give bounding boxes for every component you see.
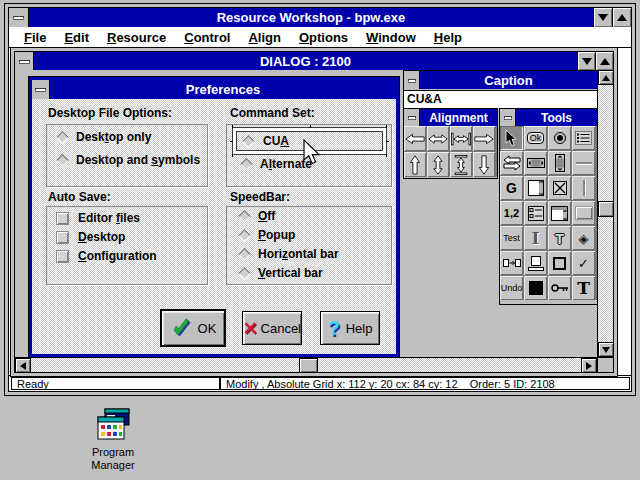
space-horizontal-button[interactable]: [450, 126, 472, 151]
tool-vertical-line-button[interactable]: [572, 176, 595, 200]
selection-handle[interactable]: [230, 141, 233, 142]
tool-list-window-button[interactable]: [524, 176, 547, 200]
scroll-right-button[interactable]: [581, 358, 597, 373]
tool-square-line-button[interactable]: [524, 251, 547, 275]
align-top-button[interactable]: [404, 152, 426, 177]
tool-group-box-button[interactable]: G: [500, 176, 523, 200]
tool-listbox-button[interactable]: [572, 126, 595, 150]
align-right-button[interactable]: [473, 126, 495, 151]
tool-tab-order-button[interactable]: [500, 151, 523, 175]
tool-combobox-button[interactable]: [548, 201, 571, 225]
vertical-scroll-thumb[interactable]: [598, 201, 614, 217]
tool-pointer-button[interactable]: [500, 126, 523, 150]
menu-resource[interactable]: Resource: [98, 30, 175, 45]
tool-numbers-button[interactable]: 1,2: [500, 201, 523, 225]
menu-file[interactable]: File: [15, 30, 55, 45]
help-button[interactable]: ? Help: [320, 311, 380, 345]
radio-desktop-and-symbols[interactable]: Desktop and symbols: [58, 153, 200, 167]
selection-handle[interactable]: [386, 154, 387, 157]
tool-key-button[interactable]: [548, 276, 571, 300]
caption-input[interactable]: [404, 90, 597, 108]
checkmark-icon: ✓: [578, 257, 589, 270]
ok-button[interactable]: OK: [160, 309, 226, 347]
selection-handle[interactable]: [386, 141, 389, 142]
menu-help[interactable]: Help: [425, 30, 471, 45]
tool-checklist-button[interactable]: [524, 201, 547, 225]
tool-radio-button-button[interactable]: [548, 126, 571, 150]
alignment-control-menu-button[interactable]: [404, 109, 420, 126]
align-center-vertical-button[interactable]: [427, 152, 449, 177]
radio-popup[interactable]: Popup: [240, 228, 295, 242]
cancel-button[interactable]: Cancel: [242, 311, 302, 345]
radio-alternate[interactable]: Alternate: [242, 157, 312, 171]
tool-serif-text-button[interactable]: T: [572, 276, 595, 300]
checkbox-tool-icon: [553, 181, 567, 195]
control-menu-icon: [13, 16, 24, 19]
app-titlebar[interactable]: Resource Workshop - bpw.exe: [9, 8, 631, 27]
checkbox-desktop[interactable]: Desktop: [56, 230, 125, 244]
checkbox-configuration[interactable]: Configuration: [56, 249, 157, 263]
menu-edit[interactable]: Edit: [55, 30, 98, 45]
tool-edit-text-button[interactable]: I: [524, 226, 547, 250]
tools-control-menu-button[interactable]: [500, 109, 516, 126]
menu-window[interactable]: Window: [357, 30, 425, 45]
align-center-horizontal-button[interactable]: [427, 126, 449, 151]
dialog-2100-titlebar[interactable]: DIALOG : 2100: [15, 52, 613, 70]
tool-checkmark-button[interactable]: ✓: [572, 251, 595, 275]
selection-handle[interactable]: [310, 125, 311, 128]
program-manager-icon-group[interactable]: Program Manager: [72, 408, 154, 472]
radio-desktop-only[interactable]: Desktop only: [58, 130, 151, 144]
dialog-horizontal-scrollbar[interactable]: [15, 357, 597, 372]
tool-box-arrow-button[interactable]: [500, 251, 523, 275]
dialog-vertical-scrollbar[interactable]: [597, 70, 613, 357]
radio-vertical-bar[interactable]: Vertical bar: [240, 266, 323, 280]
tool-horizontal-line-button[interactable]: [572, 151, 595, 175]
dialog-2100-minimize-button[interactable]: [577, 52, 595, 70]
menu-options[interactable]: Options: [290, 30, 357, 45]
selection-handle[interactable]: [386, 125, 387, 128]
tool-ok-button-button[interactable]: Ok: [524, 126, 547, 150]
tool-hscrollbar-button[interactable]: [524, 151, 547, 175]
radio-diamond-icon: [238, 267, 251, 280]
tool-checkbox-button[interactable]: [548, 176, 571, 200]
align-left-button[interactable]: [404, 126, 426, 151]
scroll-up-button[interactable]: [598, 70, 614, 85]
selection-handle[interactable]: [232, 154, 233, 157]
caption-titlebar[interactable]: Caption: [404, 71, 597, 89]
app-minimize-button[interactable]: [593, 8, 612, 27]
checkbox-icon: [56, 212, 69, 225]
checkbox-editor-files[interactable]: Editor files: [56, 211, 140, 225]
scroll-left-button[interactable]: [15, 358, 31, 373]
tool-text-button[interactable]: T: [548, 226, 571, 250]
horizontal-scroll-thumb[interactable]: [299, 358, 318, 373]
dialog-2100-maximize-button[interactable]: [595, 52, 613, 70]
dialog-2100-control-menu-button[interactable]: [15, 52, 34, 70]
selection-handle[interactable]: [232, 125, 233, 128]
tool-border-square-button[interactable]: [548, 251, 571, 275]
tool-static-text-button[interactable]: Test: [500, 226, 523, 250]
alignment-title: Alignment: [420, 111, 497, 125]
menu-align[interactable]: Align: [239, 30, 290, 45]
align-bottom-button[interactable]: [473, 152, 495, 177]
scroll-down-button[interactable]: [598, 342, 614, 357]
tool-undo-button[interactable]: Undo: [500, 276, 523, 300]
radio-horizontal-bar[interactable]: Horizontal bar: [240, 247, 339, 261]
preferences-titlebar[interactable]: Preferences: [32, 80, 396, 99]
tool-frame-button[interactable]: [572, 201, 595, 225]
preferences-control-menu-button[interactable]: [32, 80, 50, 99]
tool-black-square-button[interactable]: [524, 276, 547, 300]
alignment-titlebar[interactable]: Alignment: [404, 109, 497, 126]
radio-diamond-icon: [240, 158, 253, 171]
tool-diamond-button[interactable]: ◈: [572, 226, 595, 250]
menu-control[interactable]: Control: [175, 30, 239, 45]
app-control-menu-button[interactable]: [9, 8, 29, 27]
tools-titlebar[interactable]: Tools: [500, 109, 597, 126]
caption-control-menu-button[interactable]: [404, 71, 420, 89]
app-maximize-button[interactable]: [612, 8, 631, 27]
radio-diamond-icon: [56, 131, 69, 144]
space-vertical-button[interactable]: [450, 152, 472, 177]
radio-off[interactable]: Off: [240, 209, 275, 223]
program-manager-icon[interactable]: [94, 408, 132, 442]
alignment-palette: Alignment: [403, 108, 498, 179]
tool-vscrollbar-button[interactable]: [548, 151, 571, 175]
